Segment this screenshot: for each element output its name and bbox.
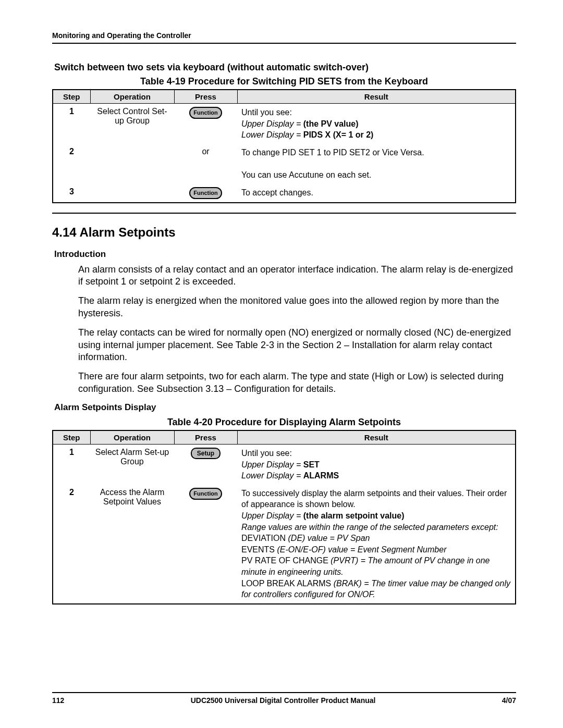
result-upper-value: SET	[303, 460, 320, 469]
function-key-icon: Function	[189, 187, 222, 199]
result-text: Until you see:	[241, 108, 292, 117]
result-lower-value: ALARMS	[303, 471, 339, 480]
running-header: Monitoring and Operating the Controller	[52, 31, 516, 44]
step-number: 2	[69, 488, 74, 497]
section-divider	[52, 213, 516, 214]
page-footer: 112 UDC2500 Universal Digital Controller…	[52, 692, 516, 705]
table-4-20: Step Operation Press Result 1 Select Ala…	[52, 430, 516, 604]
result-text: To accept changes.	[241, 188, 313, 197]
table-4-19: Step Operation Press Result 1 Select Con…	[52, 89, 516, 203]
th-result: Result	[237, 430, 516, 445]
intro-paragraph: There are four alarm setpoints, two for …	[52, 371, 516, 395]
table-4-20-caption: Table 4-20 Procedure for Displaying Alar…	[52, 417, 516, 428]
operation-text: Select Control Set-up Group	[97, 107, 167, 125]
result-text: Until you see:	[241, 449, 292, 458]
result-text: To successively display the alarm setpoi…	[241, 489, 507, 509]
th-press: Press	[174, 90, 237, 104]
th-operation: Operation	[90, 90, 174, 104]
result-loopbreak-label: LOOP BREAK ALARMS	[241, 579, 334, 588]
operation-text: Select Alarm Set-up Group	[95, 448, 169, 466]
result-upper-label: Upper Display =	[241, 119, 303, 128]
table-4-19-caption: Table 4-19 Procedure for Switching PID S…	[52, 76, 516, 87]
result-lower-extra: (X= 1 or 2)	[333, 130, 374, 139]
intro-paragraph: An alarm consists of a relay contact and…	[52, 264, 516, 288]
intro-paragraph: The alarm relay is energized when the mo…	[52, 295, 516, 319]
step-number: 1	[69, 448, 74, 456]
step-number: 1	[69, 107, 74, 116]
result-deviation-value: (DE) value = PV Span	[288, 534, 370, 542]
step-number: 2	[69, 147, 74, 156]
th-step: Step	[53, 90, 90, 104]
table-row: 2 Access the Alarm Setpoint Values Funct…	[53, 485, 516, 604]
alarm-display-heading: Alarm Setpoints Display	[54, 402, 516, 413]
intro-paragraph: The relay contacts can be wired for norm…	[52, 327, 516, 363]
section-4-14-title: 4.14 Alarm Setpoints	[52, 225, 516, 240]
setup-key-icon: Setup	[191, 448, 221, 459]
table-row: 3 Function To accept changes.	[53, 184, 516, 203]
table-row: 2 or To change PID SET 1 to PID SET2 or …	[53, 144, 516, 184]
introduction-body: An alarm consists of a relay contact and…	[52, 264, 516, 396]
th-press: Press	[174, 430, 237, 445]
th-step: Step	[53, 430, 90, 445]
operation-text: Access the Alarm Setpoint Values	[100, 488, 165, 506]
result-upper-label: Upper Display =	[241, 511, 303, 520]
result-upper-value: (the PV value)	[303, 119, 359, 128]
result-upper-value: (the alarm setpoint value)	[303, 511, 405, 520]
step-number: 3	[69, 187, 74, 196]
th-result: Result	[237, 90, 516, 104]
result-lower-value: PIDS X	[303, 130, 331, 139]
result-text: To change PID SET 1 to PID SET2 or Vice …	[241, 148, 424, 157]
function-key-icon: Function	[189, 488, 222, 500]
result-events-label: EVENTS	[241, 545, 277, 554]
introduction-heading: Introduction	[54, 249, 516, 260]
table-row: 1 Select Alarm Set-up Group Setup Until …	[53, 445, 516, 485]
th-operation: Operation	[90, 430, 174, 445]
result-deviation-label: DEVIATION	[241, 534, 288, 542]
press-or-text: or	[202, 147, 209, 156]
result-lower-label: Lower Display =	[241, 471, 303, 480]
page-number: 112	[52, 696, 64, 705]
result-events-value: (E-ON/E-OF) value = Event Segment Number	[277, 545, 446, 554]
result-lower-label: Lower Display =	[241, 130, 303, 139]
result-pvrate-label: PV RATE OF CHANGE	[241, 556, 331, 565]
result-text: You can use Accutune on each set.	[241, 170, 371, 179]
footer-title: UDC2500 Universal Digital Controller Pro…	[191, 696, 376, 705]
function-key-icon: Function	[189, 107, 222, 119]
switch-sets-heading: Switch between two sets via keyboard (wi…	[54, 62, 516, 73]
result-range-note: Range values are within the range of the…	[241, 523, 498, 532]
footer-date: 4/07	[502, 696, 516, 705]
table-row: 1 Select Control Set-up Group Function U…	[53, 104, 516, 144]
result-upper-label: Upper Display =	[241, 460, 303, 469]
